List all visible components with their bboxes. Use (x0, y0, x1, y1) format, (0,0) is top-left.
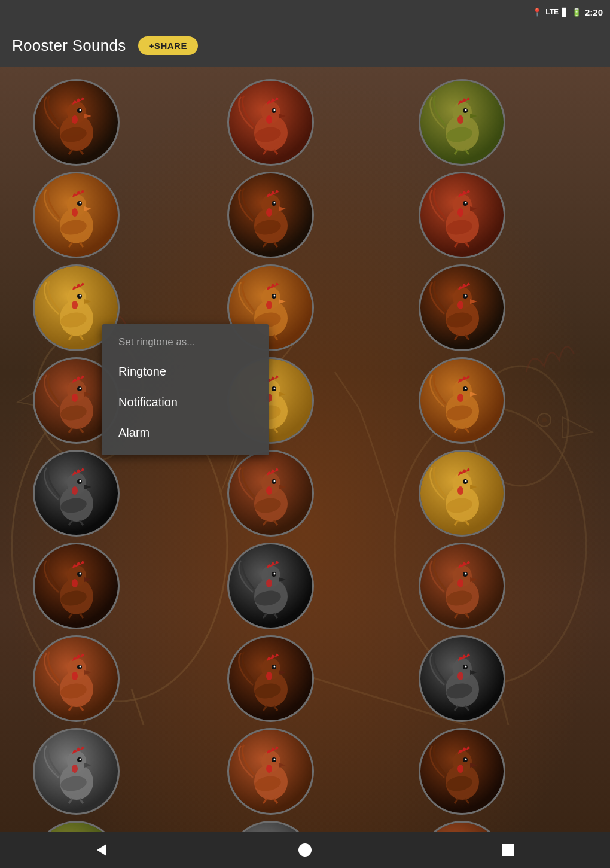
svg-line-211 (465, 706, 469, 711)
svg-line-123 (274, 520, 277, 525)
share-button[interactable]: +SHARE (138, 36, 198, 55)
back-icon (93, 842, 110, 858)
svg-point-54 (72, 579, 78, 587)
rooster-item-22[interactable] (419, 357, 505, 444)
svg-line-178 (455, 335, 458, 340)
svg-point-46 (72, 486, 78, 495)
svg-line-43 (80, 428, 83, 433)
svg-line-131 (274, 613, 277, 618)
rooster-item-9[interactable] (33, 821, 120, 832)
svg-point-86 (266, 115, 272, 124)
rooster-item-5[interactable] (33, 450, 120, 537)
rooster-item-6[interactable] (33, 543, 120, 629)
svg-point-120 (273, 480, 275, 482)
signal-icon: ▋ (562, 8, 568, 17)
svg-point-208 (465, 665, 466, 667)
svg-point-184 (465, 387, 466, 389)
svg-point-56 (79, 572, 81, 574)
svg-point-229 (298, 843, 312, 857)
svg-point-48 (79, 480, 81, 482)
svg-point-192 (465, 480, 466, 482)
svg-point-126 (266, 579, 272, 587)
svg-line-74 (69, 799, 72, 803)
svg-line-58 (69, 613, 72, 618)
svg-point-22 (72, 208, 78, 217)
svg-line-19 (80, 150, 83, 154)
bottom-nav (0, 832, 610, 868)
rooster-item-23[interactable] (419, 450, 505, 537)
svg-line-146 (263, 799, 267, 803)
rooster-grid (0, 67, 610, 832)
rooster-item-14[interactable] (227, 450, 314, 537)
svg-point-158 (458, 115, 463, 124)
back-button[interactable] (87, 835, 117, 865)
rooster-item-25[interactable] (419, 635, 505, 722)
svg-line-98 (263, 242, 267, 247)
recents-button[interactable] (493, 835, 523, 865)
svg-point-62 (72, 672, 78, 680)
svg-point-102 (266, 301, 272, 309)
rooster-item-16[interactable] (227, 635, 314, 722)
svg-line-122 (263, 520, 267, 525)
svg-line-139 (274, 706, 277, 711)
rooster-item-24[interactable] (419, 543, 505, 629)
rooster-item-19[interactable] (419, 79, 505, 166)
app-bar: Rooster Sounds +SHARE (0, 24, 610, 67)
svg-point-96 (273, 202, 275, 203)
svg-point-94 (266, 208, 272, 217)
rooster-item-10[interactable] (227, 79, 314, 166)
menu-item-ringtone[interactable]: Ringtone (102, 357, 269, 387)
svg-line-162 (455, 150, 458, 154)
svg-point-198 (458, 579, 463, 587)
home-button[interactable] (290, 835, 320, 865)
rooster-item-8[interactable] (33, 728, 120, 815)
rooster-item-18[interactable] (227, 821, 314, 832)
svg-line-67 (80, 706, 83, 711)
svg-line-194 (455, 520, 458, 525)
svg-line-99 (274, 242, 277, 247)
status-icons: 📍 LTE ▋ 🔋 2:20 (532, 7, 603, 17)
svg-point-14 (72, 115, 78, 124)
svg-line-27 (80, 242, 83, 247)
svg-point-128 (273, 572, 275, 574)
svg-line-219 (465, 799, 469, 803)
svg-point-214 (458, 765, 463, 773)
svg-point-104 (273, 294, 275, 296)
lte-indicator: LTE (545, 8, 559, 16)
svg-point-40 (79, 387, 81, 389)
location-icon: 📍 (532, 8, 542, 17)
rooster-item-2[interactable] (33, 172, 120, 258)
svg-point-166 (458, 208, 463, 217)
svg-point-118 (266, 486, 272, 495)
status-bar: 📍 LTE ▋ 🔋 2:20 (0, 0, 610, 24)
svg-line-203 (465, 613, 469, 618)
svg-point-88 (273, 109, 275, 111)
svg-point-176 (465, 294, 466, 296)
rooster-item-1[interactable] (33, 79, 120, 166)
svg-point-30 (72, 301, 78, 309)
svg-point-142 (266, 765, 272, 773)
rooster-item-11[interactable] (227, 172, 314, 258)
menu-item-alarm[interactable]: Alarm (102, 418, 269, 448)
main-content: Set ringtone as... Ringtone Notification… (0, 67, 610, 832)
rooster-item-21[interactable] (419, 264, 505, 351)
rooster-item-15[interactable] (227, 543, 314, 629)
rooster-item-26[interactable] (419, 728, 505, 815)
rooster-item-20[interactable] (419, 172, 505, 258)
svg-line-186 (455, 428, 458, 433)
svg-point-160 (465, 109, 466, 111)
svg-point-174 (458, 301, 463, 309)
svg-line-195 (465, 520, 469, 525)
menu-item-notification[interactable]: Notification (102, 387, 269, 418)
rooster-item-27[interactable] (419, 821, 505, 832)
svg-point-70 (72, 765, 78, 773)
svg-line-187 (465, 428, 469, 433)
svg-line-51 (80, 520, 83, 525)
svg-point-200 (465, 572, 466, 574)
svg-line-171 (465, 242, 469, 247)
svg-line-107 (274, 335, 277, 340)
svg-rect-230 (502, 844, 514, 856)
rooster-item-17[interactable] (227, 728, 314, 815)
recents-icon (501, 843, 516, 857)
rooster-item-7[interactable] (33, 635, 120, 722)
